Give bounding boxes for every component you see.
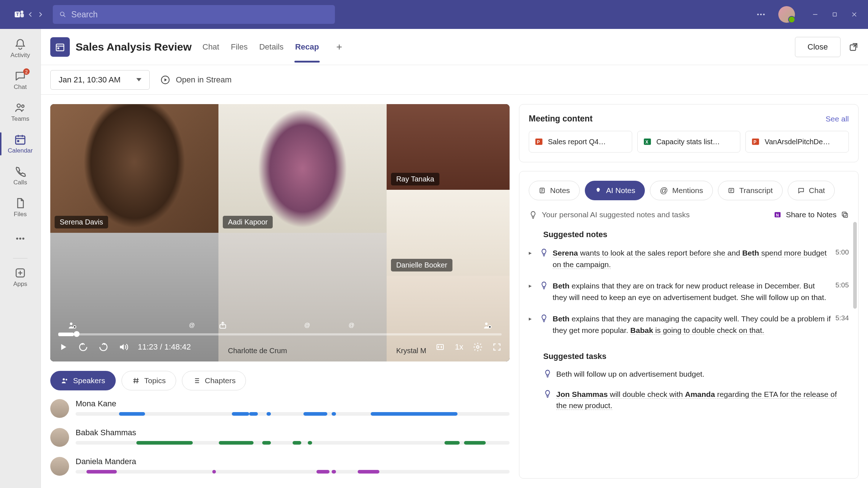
speaker-avatar xyxy=(50,457,69,476)
expand-icon[interactable]: ▸ xyxy=(529,282,535,289)
speaker-name: Mona Kane xyxy=(76,399,510,408)
open-in-stream-button[interactable]: Open in Stream xyxy=(161,70,231,90)
meeting-video[interactable]: Serena Davis Aadi Kapoor Ray Tanaka Dani… xyxy=(50,104,510,361)
svg-point-20 xyxy=(22,237,25,240)
speaker-row[interactable]: Daniela Mandera xyxy=(50,457,510,476)
svg-point-27 xyxy=(70,322,72,325)
speaker-timeline[interactable] xyxy=(76,470,510,474)
lightbulb-icon xyxy=(543,369,552,378)
mention-marker-icon[interactable]: @ xyxy=(302,320,312,330)
scrollbar-thumb[interactable] xyxy=(853,222,857,309)
rail-calendar[interactable]: Calendar xyxy=(0,128,41,160)
video-controls: 11:23 / 1:48:42 1x xyxy=(58,339,502,355)
meeting-title: Sales Analysis Review xyxy=(76,41,192,53)
nav-forward-button[interactable] xyxy=(35,9,46,20)
tab-recap[interactable]: Recap xyxy=(294,31,320,63)
lightbulb-icon xyxy=(529,210,537,219)
video-tile: Aadi Kapoor xyxy=(218,104,387,233)
window-maximize-button[interactable] xyxy=(828,8,841,21)
share-to-notes-button[interactable]: N Share to Notes xyxy=(774,210,849,219)
rail-files[interactable]: Files xyxy=(0,192,41,223)
more-icon[interactable] xyxy=(756,9,766,20)
pill-notes[interactable]: Notes xyxy=(529,181,580,200)
playback-speed[interactable]: 1x xyxy=(455,342,463,352)
nav-back-button[interactable] xyxy=(25,9,35,20)
rail-more[interactable] xyxy=(0,223,41,255)
expand-icon[interactable]: ▸ xyxy=(529,315,535,322)
speaker-timeline[interactable] xyxy=(76,412,510,416)
play-button[interactable] xyxy=(58,342,68,352)
suggested-tasks-heading: Suggested tasks xyxy=(529,352,849,361)
rail-activity[interactable]: Activity xyxy=(0,33,41,64)
speaker-name: Babak Shammas xyxy=(76,428,510,437)
window-minimize-button[interactable] xyxy=(809,8,822,21)
share-marker-icon[interactable] xyxy=(218,320,228,330)
list-icon xyxy=(192,377,200,385)
note-timestamp[interactable]: 5:05 xyxy=(835,281,849,289)
speaker-row[interactable]: Mona Kane xyxy=(50,399,510,418)
pill-notes-label: Notes xyxy=(550,186,570,195)
mention-marker-icon[interactable]: @ xyxy=(346,320,357,330)
expand-icon[interactable]: ▸ xyxy=(529,249,535,256)
svg-text:N: N xyxy=(776,213,779,217)
suggested-task[interactable]: Jon Shammas will double check with Amand… xyxy=(529,384,849,416)
pill-transcript-label: Transcript xyxy=(739,186,773,195)
pill-mentions[interactable]: @ Mentions xyxy=(650,181,713,200)
rail-teams[interactable]: Teams xyxy=(0,96,41,128)
pill-transcript[interactable]: Transcript xyxy=(718,181,783,200)
rail-apps[interactable]: Apps xyxy=(0,261,41,293)
recording-date-picker[interactable]: Jan 21, 10:30 AM xyxy=(50,70,150,90)
add-tab-button[interactable]: + xyxy=(333,41,345,53)
forward-10-button[interactable] xyxy=(98,342,109,352)
file-chip[interactable]: XCapacity stats list… xyxy=(637,131,741,153)
suggested-note[interactable]: ▸Serena wants to look at the sales repor… xyxy=(529,242,849,275)
video-progress-bar[interactable] xyxy=(58,333,502,335)
file-chip[interactable]: PVanArsdelPitchDe… xyxy=(745,131,849,153)
participant-name: Ray Tanaka xyxy=(391,173,439,185)
popout-icon[interactable] xyxy=(848,42,859,52)
tab-topics[interactable]: Topics xyxy=(122,371,176,390)
rewind-10-button[interactable] xyxy=(78,342,89,352)
search-box[interactable] xyxy=(53,5,335,24)
svg-rect-22 xyxy=(56,44,64,51)
suggested-task[interactable]: Beth will follow up on advertisement bud… xyxy=(529,364,849,384)
mention-marker-icon[interactable]: @ xyxy=(187,320,197,330)
video-tile: Danielle Booker xyxy=(387,190,510,275)
file-chip[interactable]: PSales report Q4… xyxy=(529,131,632,153)
fullscreen-button[interactable] xyxy=(492,342,502,352)
chevron-down-icon xyxy=(136,78,141,81)
captions-button[interactable] xyxy=(435,343,446,351)
play-icon xyxy=(161,75,170,85)
people-marker-icon[interactable] xyxy=(482,320,493,330)
rail-calls[interactable]: Calls xyxy=(0,160,41,192)
video-time: 11:23 / 1:48:42 xyxy=(138,342,191,352)
window-close-button[interactable] xyxy=(848,8,861,21)
pill-mentions-label: Mentions xyxy=(672,186,703,195)
file-name: Sales report Q4… xyxy=(548,138,606,146)
tab-details[interactable]: Details xyxy=(259,31,284,63)
user-avatar[interactable] xyxy=(778,6,795,23)
suggested-note[interactable]: ▸Beth explains that they are managing th… xyxy=(529,308,849,341)
tab-files[interactable]: Files xyxy=(230,31,248,63)
settings-button[interactable] xyxy=(473,342,483,352)
speaker-timeline[interactable] xyxy=(76,441,510,445)
tab-speakers[interactable]: Speakers xyxy=(50,371,116,390)
suggested-note[interactable]: ▸Beth explains that they are on track fo… xyxy=(529,275,849,308)
suggested-tasks-list: Beth will follow up on advertisement bud… xyxy=(529,364,849,416)
see-all-link[interactable]: See all xyxy=(826,115,849,123)
copy-icon[interactable] xyxy=(841,211,849,219)
note-timestamp[interactable]: 5:00 xyxy=(835,248,849,256)
speaker-row[interactable]: Babak Shammas xyxy=(50,428,510,447)
suggested-notes-list: ▸Serena wants to look at the sales repor… xyxy=(529,242,849,341)
pill-ai-notes[interactable]: AI Notes xyxy=(585,181,645,200)
people-marker-icon[interactable] xyxy=(67,320,77,330)
note-timestamp[interactable]: 5:34 xyxy=(835,314,849,322)
close-button[interactable]: Close xyxy=(795,37,841,57)
rail-chat[interactable]: 2 Chat xyxy=(0,64,41,96)
tab-chapters[interactable]: Chapters xyxy=(182,371,246,390)
pill-chat[interactable]: Chat xyxy=(788,181,835,200)
participant-name: Danielle Booker xyxy=(391,259,452,271)
volume-button[interactable] xyxy=(118,342,128,352)
tab-chat[interactable]: Chat xyxy=(202,31,220,63)
search-input[interactable] xyxy=(71,10,328,20)
